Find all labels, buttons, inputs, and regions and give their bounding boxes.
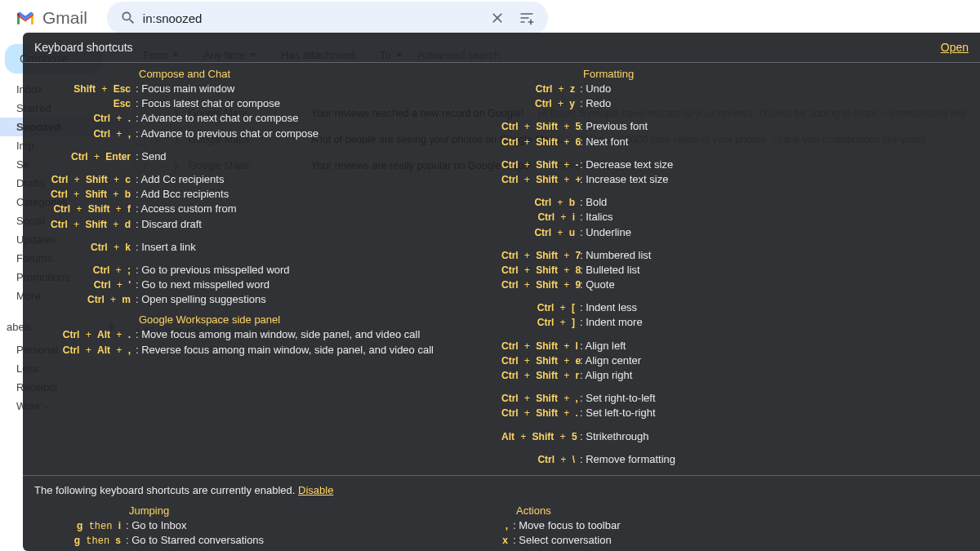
shortcut-desc: Advance to previous chat or compose <box>136 127 318 141</box>
shortcut-keys: Ctrl + Shift + - <box>501 158 580 172</box>
shortcut-desc: Redo <box>580 96 611 111</box>
shortcut-row: Ctrl + kInsert a link <box>33 240 501 255</box>
shortcut-keys: Ctrl + . <box>33 112 136 126</box>
shortcut-row: sToggle star/Rotate among superstars <box>501 548 970 551</box>
shortcut-keys: Ctrl + Shift + . <box>501 407 580 420</box>
shortcut-row: g then sGo to Starred conversations <box>33 533 501 548</box>
shortcut-keys: Ctrl + Shift + b <box>33 188 136 202</box>
shortcut-desc: Undo <box>580 82 611 96</box>
shortcut-keys: Ctrl + [ <box>501 301 580 315</box>
shortcut-keys: Ctrl + Shift + c <box>33 173 136 187</box>
shortcut-desc: Add Cc recipients <box>136 172 224 187</box>
shortcut-row: Ctrl + Shift + cAdd Cc recipients <box>33 172 501 187</box>
shortcut-row: Ctrl + Shift + 6Next font <box>501 135 970 149</box>
shortcut-keys: Ctrl + ' <box>33 278 136 292</box>
shortcut-row: Alt + Shift + 5Strikethrough <box>501 429 970 444</box>
shortcut-row: Ctrl + Shift + 8Bulleted list <box>501 263 970 278</box>
shortcut-row: Ctrl + [Indent less <box>501 300 970 315</box>
shortcut-desc: Bulleted list <box>580 263 640 278</box>
search-input[interactable] <box>143 11 483 25</box>
topbar: Gmail <box>0 0 980 36</box>
shortcut-row: Ctrl + Alt + ,Reverse focus among main w… <box>33 343 501 358</box>
shortcut-desc: Access custom from <box>136 202 237 216</box>
shortcut-desc: Previous font <box>580 119 648 134</box>
shortcut-row: Ctrl + bBold <box>501 195 970 210</box>
gmail-icon <box>15 10 36 26</box>
shortcut-desc: Discard draft <box>136 217 202 232</box>
shortcut-keys: Ctrl + Shift + 8 <box>501 264 580 278</box>
shortcut-row: Ctrl + Shift + fAccess custom from <box>33 202 501 216</box>
shortcuts-col-left: Compose and Chat Shift + EscFocus main w… <box>33 66 501 467</box>
gmail-logo[interactable]: Gmail <box>7 8 87 28</box>
shortcut-keys: Ctrl + Alt + , <box>33 344 136 358</box>
tune-icon[interactable] <box>512 3 541 33</box>
shortcut-keys: Ctrl + b <box>501 196 580 210</box>
shortcut-desc: Reverse focus among main window, side pa… <box>136 343 434 358</box>
shortcut-row: Ctrl + uUnderline <box>501 225 970 240</box>
shortcut-row: Ctrl + ;Go to previous misspelled word <box>33 263 501 278</box>
shortcut-row: Ctrl + 'Go to next misspelled word <box>33 278 501 292</box>
clear-icon[interactable] <box>483 3 512 33</box>
shortcut-keys: Ctrl + Shift + f <box>33 202 136 216</box>
shortcut-keys: Ctrl + y <box>501 97 580 111</box>
shortcut-row: Ctrl + Shift + eAlign center <box>501 353 970 368</box>
shortcut-desc: Set left-to-right <box>580 406 656 420</box>
shortcut-keys: Ctrl + Shift + l <box>501 340 580 353</box>
shortcut-row: Ctrl + ]Indent more <box>501 315 970 330</box>
shortcut-keys: Ctrl + Enter <box>33 150 136 164</box>
shortcut-keys: Ctrl + Shift + , <box>501 392 580 406</box>
shortcut-desc: Focus main window <box>136 82 234 96</box>
shortcut-row: Ctrl + Shift + .Set left-to-right <box>501 406 970 420</box>
open-link[interactable]: Open <box>941 41 969 54</box>
shortcut-keys: g then i <box>33 519 126 533</box>
shortcut-keys: Ctrl + Alt + . <box>33 328 136 342</box>
shortcut-desc: Numbered list <box>580 248 651 263</box>
disable-link[interactable]: Disable <box>298 484 333 496</box>
shortcut-desc: Align right <box>580 368 632 383</box>
shortcut-keys: Ctrl + Shift + + <box>501 173 580 187</box>
shortcut-row: Ctrl + \Remove formatting <box>501 452 970 467</box>
keyboard-shortcuts-dialog: Keyboard shortcuts Open Compose and Chat… <box>23 33 980 551</box>
shortcut-desc: Increase text size <box>580 172 668 187</box>
section-formatting: Formatting <box>501 66 970 82</box>
shortcut-keys: , <box>501 519 513 533</box>
shortcut-desc: Go to Snoozed conversations <box>126 548 271 551</box>
shortcut-desc: Quote <box>580 278 615 292</box>
shortcut-row: Ctrl + Shift + 9Quote <box>501 278 970 292</box>
shortcut-keys: Shift + Esc <box>33 82 136 96</box>
search-icon[interactable] <box>114 3 143 33</box>
shortcut-desc: Focus latest chat or compose <box>136 96 280 111</box>
shortcut-desc: Go to previous misspelled word <box>136 263 290 278</box>
shortcut-keys: Ctrl + Shift + d <box>33 218 136 232</box>
shortcut-row: Ctrl + mOpen spelling suggestions <box>33 292 501 307</box>
shortcut-row: Ctrl + EnterSend <box>33 149 501 164</box>
shortcut-keys: Ctrl + m <box>33 293 136 307</box>
shortcut-row: EscFocus latest chat or compose <box>33 96 501 111</box>
shortcut-keys: Ctrl + Shift + 5 <box>501 120 580 134</box>
shortcut-keys: g then s <box>33 534 126 548</box>
shortcut-keys: Ctrl + , <box>33 127 136 141</box>
shortcut-keys: Ctrl + u <box>501 226 580 240</box>
shortcuts-col-actions: Actions ,Move focus to toolbarxSelect co… <box>501 503 970 551</box>
app-name: Gmail <box>42 8 87 28</box>
shortcut-row: Ctrl + Shift + bAdd Bcc recipients <box>33 187 501 202</box>
shortcut-row: Ctrl + zUndo <box>501 82 970 96</box>
section-actions: Actions <box>501 503 970 518</box>
shortcut-keys: Esc <box>33 97 136 111</box>
shortcut-desc: Remove formatting <box>580 452 675 467</box>
shortcut-row: Ctrl + Alt + .Move focus among main wind… <box>33 327 501 342</box>
shortcut-row: g then iGo to Inbox <box>33 518 501 533</box>
shortcut-keys: Ctrl + Shift + 6 <box>501 136 580 149</box>
shortcut-desc: Set right-to-left <box>580 391 656 406</box>
shortcut-row: Ctrl + .Advance to next chat or compose <box>33 111 501 126</box>
shortcut-desc: Open spelling suggestions <box>136 292 266 307</box>
search-bar[interactable] <box>107 2 548 34</box>
shortcut-keys: Ctrl + ; <box>33 264 136 278</box>
shortcut-desc: Insert a link <box>136 240 196 255</box>
shortcut-row: Ctrl + ,Advance to previous chat or comp… <box>33 127 501 141</box>
shortcut-desc: Move focus to toolbar <box>513 518 621 533</box>
shortcut-keys: Alt + Shift + 5 <box>501 430 580 444</box>
shortcut-row: Ctrl + Shift + rAlign right <box>501 368 970 383</box>
section-sidepanel: Google Workspace side panel <box>33 312 501 327</box>
shortcut-desc: Add Bcc recipients <box>136 187 229 202</box>
